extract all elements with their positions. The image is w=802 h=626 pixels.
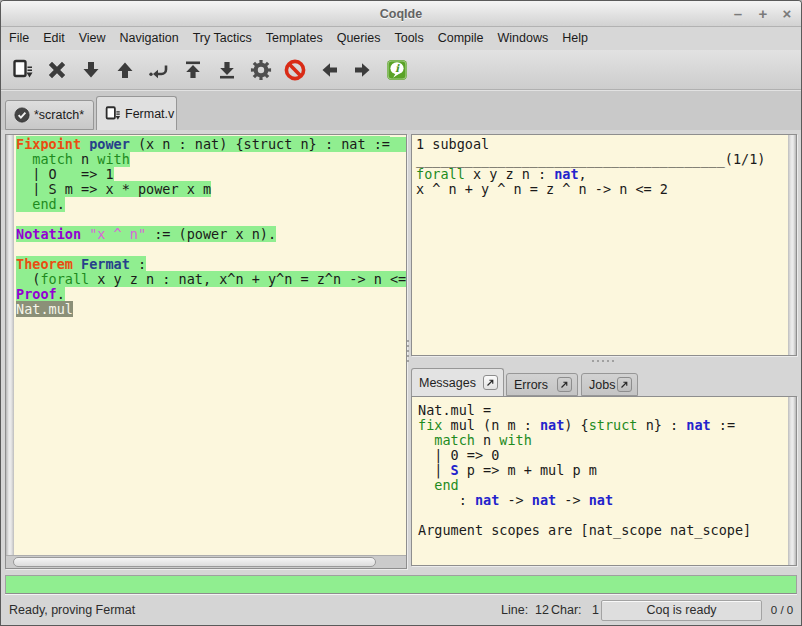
code-segment: nat — [475, 492, 499, 508]
script-hscroll-slider[interactable] — [13, 557, 376, 567]
processed-highlight: match n with — [16, 151, 130, 167]
menu-navigation[interactable]: Navigation — [113, 27, 186, 50]
processed-highlight: Fixpoint power (x n : nat) {struct n} : … — [16, 136, 390, 152]
info-bubble-icon: i — [385, 58, 409, 82]
processed-highlight: (forall x y z n : nat, x^n + y^n = z^n -… — [16, 271, 406, 287]
goals-pane[interactable]: 1 subgoal_______________________________… — [411, 134, 797, 356]
code-text: forall x y z n : nat, — [416, 166, 587, 182]
tab-errors[interactable]: Errors — [506, 373, 578, 396]
menu-queries[interactable]: Queries — [330, 27, 388, 50]
code-segment: . — [57, 286, 65, 302]
menu-view[interactable]: View — [72, 27, 113, 50]
forward-one-command-button[interactable] — [74, 54, 108, 86]
menu-edit[interactable]: Edit — [36, 27, 72, 50]
code-line: x ^ n + y ^ n = z ^ n -> n <= 2 — [416, 182, 788, 197]
script-horizontal-scrollbar[interactable] — [6, 555, 406, 568]
code-segment: -> — [499, 492, 532, 508]
grip-dots — [592, 360, 614, 362]
save-button[interactable] — [6, 54, 40, 86]
jobs-counter: 0 / 0 — [766, 604, 798, 616]
code-line: | S p => m + mul p m — [418, 463, 788, 478]
close-x-icon — [45, 58, 69, 82]
code-segment: -> — [556, 492, 589, 508]
code-segment — [418, 477, 434, 493]
code-segment: 1 subgoal — [416, 136, 489, 152]
code-segment — [16, 151, 32, 167]
code-segment: nat — [540, 417, 564, 433]
go-to-cursor-button[interactable] — [142, 54, 176, 86]
statusbar: Ready, proving Fermat Line: 12 Char: 1 C… — [1, 597, 801, 624]
code-text: ______________________________________(1… — [416, 151, 766, 167]
grip-dot — [407, 350, 409, 352]
code-segment: end — [32, 196, 56, 212]
script-code[interactable]: Fixpoint power (x n : nat) {struct n} : … — [14, 135, 406, 555]
document-tab-label: Fermat.v — [125, 107, 174, 121]
detach-errors-button[interactable] — [557, 377, 572, 392]
menu-tools[interactable]: Tools — [387, 27, 430, 50]
messages-pane[interactable]: Nat.mul =fix mul (n m : nat) {struct n} … — [411, 396, 797, 566]
horizontal-splitter[interactable] — [411, 356, 797, 366]
line-value: 12 — [525, 603, 549, 617]
code-segment: p => m + mul p m — [459, 462, 597, 478]
messages-scrollbar[interactable] — [788, 397, 796, 565]
code-segment — [16, 196, 32, 212]
backward-one-command-button[interactable] — [108, 54, 142, 86]
code-line: forall x y z n : nat, — [416, 167, 788, 182]
menu-windows[interactable]: Windows — [491, 27, 556, 50]
detach-messages-button[interactable] — [483, 375, 498, 390]
code-segment: S — [451, 462, 459, 478]
script-pane[interactable]: Fixpoint power (x n : nat) {struct n} : … — [5, 134, 407, 569]
code-segment: mul (n m : — [442, 417, 540, 433]
code-segment: , — [579, 166, 587, 182]
go-to-end-button[interactable] — [210, 54, 244, 86]
menu-templates[interactable]: Templates — [259, 27, 330, 50]
menu-compile[interactable]: Compile — [431, 27, 491, 50]
maximize-button[interactable]: + — [753, 1, 773, 27]
code-segment — [418, 432, 434, 448]
arrow-left-icon — [317, 58, 341, 82]
code-text: Argument scopes are [nat_scope nat_scope… — [418, 522, 751, 538]
code-text: 1 subgoal — [416, 136, 489, 152]
code-line: Nat.mul — [16, 302, 406, 317]
fully-check-button[interactable] — [244, 54, 278, 86]
about-button[interactable]: i — [380, 54, 414, 86]
document-tab-scratch[interactable]: *scratch* — [5, 100, 94, 130]
code-line: Proof. — [16, 287, 406, 302]
grip-dot — [407, 345, 409, 347]
titlebar[interactable]: CoqIde – + × — [1, 1, 801, 27]
previous-button[interactable] — [312, 54, 346, 86]
document-tab-Fermat.v[interactable]: Fermat.v — [96, 96, 177, 130]
detach-jobs-button[interactable] — [617, 377, 632, 392]
script-left-scrollbar[interactable] — [6, 135, 14, 555]
interrupt-button[interactable] — [278, 54, 312, 86]
code-line: | S m => x * power x m — [16, 182, 406, 197]
grip-dot — [592, 360, 594, 362]
menu-try-tactics[interactable]: Try Tactics — [186, 27, 259, 50]
code-segment: Theorem — [16, 256, 73, 272]
minimize-button[interactable]: – — [728, 1, 748, 27]
restart-button[interactable] — [176, 54, 210, 86]
code-line: (forall x y z n : nat, x^n + y^n = z^n -… — [16, 272, 406, 287]
tab-messages[interactable]: Messages — [411, 368, 504, 396]
status-message: Ready, proving Fermat — [9, 603, 135, 617]
char-value: 1 — [577, 603, 599, 617]
grip-dot — [407, 355, 409, 357]
code-segment: Nat.mul — [16, 301, 73, 317]
close-buffer-button[interactable] — [40, 54, 74, 86]
menu-file[interactable]: File — [2, 27, 36, 50]
grip-dots — [407, 340, 409, 362]
coqide-window: CoqIde – + × FileEditViewNavigationTry T… — [0, 0, 802, 626]
code-line — [16, 242, 406, 257]
document-tab-label: *scratch* — [34, 108, 84, 122]
code-segment: match — [32, 151, 73, 167]
code-line: end. — [16, 197, 406, 212]
code-text: | S p => m + mul p m — [418, 462, 597, 478]
goals-scrollbar[interactable] — [788, 135, 796, 355]
code-text: Nat.mul = — [418, 402, 491, 418]
next-button[interactable] — [346, 54, 380, 86]
detach-arrow-icon — [560, 380, 569, 389]
code-line: Nat.mul = — [418, 403, 788, 418]
menu-help[interactable]: Help — [555, 27, 595, 50]
close-button[interactable]: × — [777, 1, 797, 27]
tab-jobs[interactable]: Jobs — [581, 373, 638, 396]
